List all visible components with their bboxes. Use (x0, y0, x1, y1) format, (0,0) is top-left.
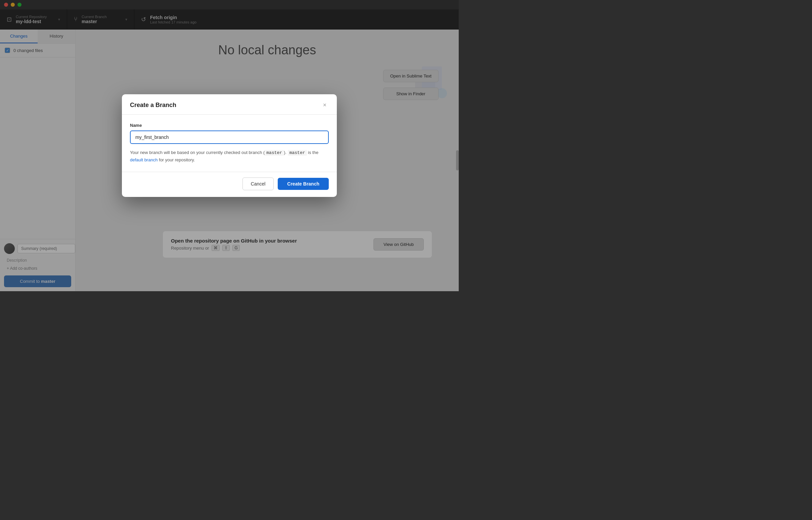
modal-overlay: Create a Branch × Name Your new branch w… (0, 0, 459, 291)
modal-close-button[interactable]: × (321, 101, 329, 109)
modal-body: Name Your new branch will be based on yo… (122, 115, 337, 172)
name-field-label: Name (130, 123, 329, 128)
cancel-button[interactable]: Cancel (243, 178, 274, 190)
master-code-2: master (288, 150, 307, 156)
default-branch-link[interactable]: default branch (130, 157, 157, 162)
modal-title: Create a Branch (130, 102, 176, 109)
branch-name-input[interactable] (130, 130, 329, 144)
modal-header: Create a Branch × (122, 94, 337, 115)
create-branch-modal: Create a Branch × Name Your new branch w… (122, 94, 337, 197)
master-code-1: master (265, 150, 284, 156)
modal-footer: Cancel Create Branch (122, 172, 337, 197)
modal-info-text: Your new branch will be based on your cu… (130, 149, 329, 164)
create-branch-button[interactable]: Create Branch (278, 178, 329, 190)
